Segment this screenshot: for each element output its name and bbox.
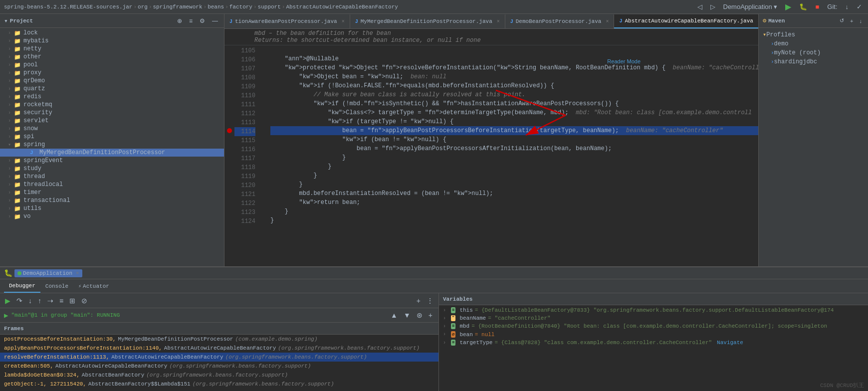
var-item-beanName[interactable]: ›"beanName = "cacheController" [439, 314, 868, 322]
settings-btn[interactable]: ⚙ [198, 16, 207, 25]
sidebar-item-servlet[interactable]: ›📁servlet [0, 117, 224, 125]
debug-session-item[interactable]: DemoApplication × [14, 269, 82, 277]
frame-item-0[interactable]: postProcessBeforeInstantiation:30, MyMer… [0, 335, 438, 344]
stop-button[interactable]: ■ [813, 2, 821, 11]
gutter-line-1123[interactable] [224, 207, 234, 216]
var-item-targetType[interactable]: ›≡targetType = {Class@7828} "class com.e… [439, 339, 868, 347]
sidebar-item-rocketmq[interactable]: ›📁rocketmq [0, 101, 224, 109]
sidebar-item-netty[interactable]: ›📁netty [0, 45, 224, 53]
gutter-line-1111[interactable] [224, 99, 234, 108]
maven-add-btn[interactable]: + [848, 16, 855, 25]
var-expand[interactable]: › [443, 340, 449, 346]
debug-more-btn[interactable]: ⋮ [425, 296, 435, 306]
navigate-back-btn[interactable]: ◁ [695, 2, 704, 11]
sidebar-item-security[interactable]: ›📁security [0, 109, 224, 117]
tab-actuator[interactable]: ⚡ Actuator [73, 280, 114, 293]
mute-breakpoints-btn[interactable]: ⊘ [79, 296, 89, 306]
var-expand[interactable]: › [443, 332, 449, 337]
breakpoint-dot[interactable] [227, 128, 232, 133]
frame-item-4[interactable]: lambda$doGetBean$0:324, AbstractBeanFact… [0, 371, 438, 380]
step-out-btn[interactable]: ↑ [36, 296, 43, 306]
var-item-bean[interactable]: ›∅bean = null [439, 330, 868, 339]
run-button[interactable]: ▶ [783, 1, 793, 12]
tab-debugger[interactable]: Debugger [4, 280, 40, 293]
gutter-line-1115[interactable] [224, 135, 234, 144]
sidebar-item-other[interactable]: ›📁other [0, 53, 224, 61]
gutter-line-1106[interactable] [224, 54, 234, 63]
navigate-link[interactable]: Navigate [717, 340, 743, 346]
evaluate-btn[interactable]: ≡ [57, 296, 65, 306]
maven-item-demo[interactable]: › demo [759, 39, 868, 48]
gutter-line-1107[interactable] [224, 63, 234, 72]
sidebar-item-thread[interactable]: ›📁thread [0, 173, 224, 181]
sidebar-item-springevent[interactable]: ›📁springEvent [0, 157, 224, 165]
git-button[interactable]: Git: [825, 2, 839, 11]
sidebar-item-spi[interactable]: ›📁spi [0, 133, 224, 141]
gutter-line-1109[interactable] [224, 81, 234, 90]
step-into-btn[interactable]: ↓ [26, 296, 34, 306]
var-expand[interactable]: › [443, 324, 449, 329]
sidebar-item-utils[interactable]: ›📁utils [0, 204, 224, 212]
sidebar-item-threadlocal[interactable]: ›📁threadlocal [0, 181, 224, 189]
gutter-line-1119[interactable] [224, 171, 234, 180]
sidebar-item-proxy[interactable]: ›📁proxy [0, 69, 224, 77]
gutter-line-1113[interactable] [224, 117, 234, 126]
vcs-commit-btn[interactable]: ✓ [855, 2, 864, 11]
tab-tab4[interactable]: JAbstractAutowireCapableBeanFactory.java… [614, 14, 758, 28]
sidebar-item-qrdemo[interactable]: ›📁qrDemo [0, 77, 224, 85]
sidebar-item-snow[interactable]: ›📁snow [0, 125, 224, 133]
sidebar-item-timer[interactable]: ›📁timer [0, 189, 224, 196]
frame-item-3[interactable]: createBean:505, AbstractAutowireCapableB… [0, 362, 438, 371]
sidebar-item-redis[interactable]: ›📁redis [0, 93, 224, 101]
sidebar-item-lock[interactable]: ›📁lock [0, 29, 224, 37]
scope-btn[interactable]: ⊕ [175, 16, 184, 25]
gutter-line-1105[interactable] [224, 45, 234, 54]
vcs-update-btn[interactable]: ↓ [844, 2, 851, 11]
sidebar-item-vo[interactable]: ›📁vo [0, 212, 224, 220]
var-expand[interactable]: › [443, 316, 449, 321]
copy-frames-btn[interactable]: + [427, 310, 434, 320]
gutter-line-1120[interactable] [224, 180, 234, 189]
gutter-line-1118[interactable] [224, 162, 234, 171]
tab-tab3[interactable]: JDemoBeanPostProcessor.java× [505, 14, 615, 28]
var-item-this[interactable]: ›≡this = {DefaultListableBeanFactory@783… [439, 306, 868, 314]
gutter-line-1122[interactable] [224, 198, 234, 207]
sidebar-item-mybatis[interactable]: ›📁mybatis [0, 37, 224, 45]
frame-item-1[interactable]: applyBeanPostProcessorsBeforeInstantiati… [0, 344, 438, 353]
layout-btn[interactable]: ≡ [187, 16, 195, 25]
run-config-selector[interactable]: DemoApplication ▾ [721, 2, 780, 11]
gutter-line-1116[interactable] [224, 144, 234, 153]
tab-console[interactable]: Console [40, 280, 73, 293]
gutter-line-1108[interactable] [224, 72, 234, 81]
minimize-btn[interactable]: — [210, 16, 220, 25]
maven-item-mynoteroot[interactable]: › myNote (root) [759, 48, 868, 57]
add-btn[interactable]: + [415, 296, 423, 306]
filter-btn[interactable]: ⊛ [415, 310, 425, 320]
resume-btn[interactable]: ▶ [3, 296, 12, 306]
maven-item-profiles[interactable]: ▾ Profiles [759, 30, 868, 39]
session-close-btn[interactable]: × [76, 270, 79, 276]
gutter-line-1114[interactable] [224, 126, 234, 135]
gutter-line-1121[interactable] [224, 189, 234, 198]
frame-item-5[interactable]: getObject:-1, 1272115420, AbstractBeanFa… [0, 380, 438, 389]
down-frames-btn[interactable]: ▼ [402, 310, 413, 320]
var-expand[interactable]: › [443, 308, 449, 313]
tab-tab1[interactable]: JtionAwareBeanPostProcessor.java× [224, 14, 350, 28]
step-over-btn[interactable]: ↷ [14, 296, 24, 306]
gutter-line-1110[interactable] [224, 90, 234, 99]
sidebar-item-mymergedbeandefinitionpostprocessor[interactable]: JMyMergedBeanDefinitionPostProcessor [0, 149, 224, 157]
gutter-line-1112[interactable] [224, 108, 234, 117]
sidebar-item-transactional[interactable]: ›📁transactional [0, 196, 224, 204]
var-item-mbd[interactable]: ›≡mbd = {RootBeanDefinition@7840} "Root … [439, 322, 868, 330]
maven-refresh-btn[interactable]: ↺ [838, 16, 846, 25]
sidebar-item-pool[interactable]: ›📁pool [0, 61, 224, 69]
gutter-line-1117[interactable] [224, 153, 234, 162]
sidebar-item-study[interactable]: ›📁study [0, 165, 224, 173]
frame-item-2[interactable]: resolveBeforeInstantiation:1113, Abstrac… [0, 353, 438, 362]
run-to-cursor-btn[interactable]: ⇢ [45, 296, 55, 306]
code-scroll[interactable]: 1105110611071108110911101111111211131114… [224, 45, 758, 266]
frames-btn[interactable]: ⊞ [67, 296, 77, 306]
debug-button[interactable]: 🐛 [797, 2, 809, 11]
navigate-forward-btn[interactable]: ▷ [708, 2, 717, 11]
sidebar-toggle[interactable]: ▾ [4, 17, 8, 25]
